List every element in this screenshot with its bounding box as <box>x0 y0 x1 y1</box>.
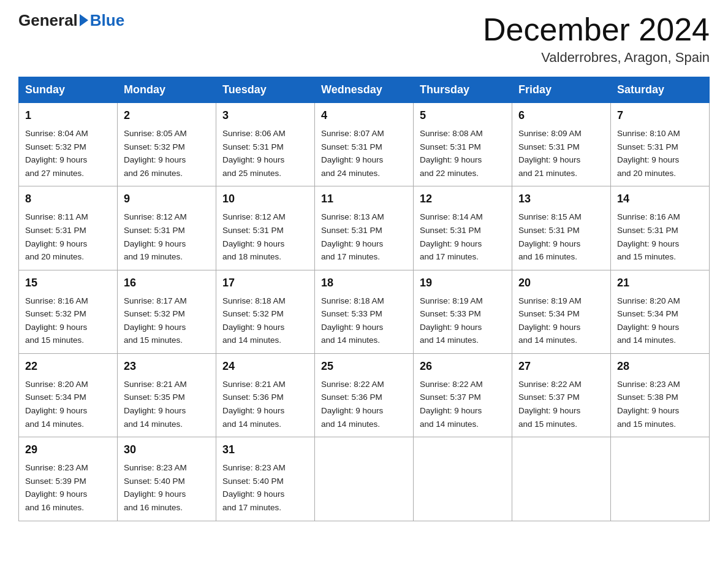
day-of-week-header: Thursday <box>414 77 512 103</box>
day-cell: 27Sunrise: 8:22 AMSunset: 5:37 PMDayligh… <box>512 353 611 437</box>
day-number: 25 <box>321 358 407 375</box>
day-cell: 12Sunrise: 8:14 AMSunset: 5:31 PMDayligh… <box>414 186 512 270</box>
day-number: 3 <box>222 107 308 124</box>
day-cell: 4Sunrise: 8:07 AMSunset: 5:31 PMDaylight… <box>315 103 414 186</box>
day-number: 26 <box>420 358 506 375</box>
day-cell: 23Sunrise: 8:21 AMSunset: 5:35 PMDayligh… <box>118 353 216 437</box>
day-info: Sunrise: 8:22 AMSunset: 5:37 PMDaylight:… <box>420 378 506 431</box>
day-cell: 10Sunrise: 8:12 AMSunset: 5:31 PMDayligh… <box>216 186 315 270</box>
day-cell: 15Sunrise: 8:16 AMSunset: 5:32 PMDayligh… <box>19 270 118 353</box>
day-number: 19 <box>420 275 506 292</box>
day-cell: 9Sunrise: 8:12 AMSunset: 5:31 PMDaylight… <box>118 186 216 270</box>
logo-general-text: General <box>18 12 78 28</box>
day-number: 15 <box>25 275 111 292</box>
day-number: 12 <box>420 191 506 208</box>
day-cell: 21Sunrise: 8:20 AMSunset: 5:34 PMDayligh… <box>611 270 710 353</box>
empty-cell <box>512 437 611 521</box>
day-info: Sunrise: 8:09 AMSunset: 5:31 PMDaylight:… <box>518 127 604 180</box>
empty-cell <box>611 437 710 521</box>
day-cell: 26Sunrise: 8:22 AMSunset: 5:37 PMDayligh… <box>414 353 512 437</box>
days-of-week-row: SundayMondayTuesdayWednesdayThursdayFrid… <box>19 77 710 103</box>
day-info: Sunrise: 8:15 AMSunset: 5:31 PMDaylight:… <box>518 210 604 263</box>
day-info: Sunrise: 8:12 AMSunset: 5:31 PMDaylight:… <box>124 210 210 263</box>
day-cell: 28Sunrise: 8:23 AMSunset: 5:38 PMDayligh… <box>611 353 710 437</box>
day-number: 11 <box>321 191 407 208</box>
day-cell: 11Sunrise: 8:13 AMSunset: 5:31 PMDayligh… <box>315 186 414 270</box>
day-cell: 2Sunrise: 8:05 AMSunset: 5:32 PMDaylight… <box>118 103 216 186</box>
calendar-body: 1Sunrise: 8:04 AMSunset: 5:32 PMDaylight… <box>19 103 710 521</box>
day-of-week-header: Wednesday <box>315 77 414 103</box>
day-cell: 8Sunrise: 8:11 AMSunset: 5:31 PMDaylight… <box>19 186 118 270</box>
calendar-table: SundayMondayTuesdayWednesdayThursdayFrid… <box>18 77 710 521</box>
day-info: Sunrise: 8:08 AMSunset: 5:31 PMDaylight:… <box>420 127 506 180</box>
day-cell: 18Sunrise: 8:18 AMSunset: 5:33 PMDayligh… <box>315 270 414 353</box>
day-info: Sunrise: 8:19 AMSunset: 5:34 PMDaylight:… <box>518 294 604 347</box>
day-cell: 5Sunrise: 8:08 AMSunset: 5:31 PMDaylight… <box>414 103 512 186</box>
day-cell: 3Sunrise: 8:06 AMSunset: 5:31 PMDaylight… <box>216 103 315 186</box>
day-cell: 13Sunrise: 8:15 AMSunset: 5:31 PMDayligh… <box>512 186 611 270</box>
day-number: 5 <box>420 107 506 124</box>
day-info: Sunrise: 8:16 AMSunset: 5:32 PMDaylight:… <box>25 294 111 347</box>
day-cell: 14Sunrise: 8:16 AMSunset: 5:31 PMDayligh… <box>611 186 710 270</box>
day-number: 18 <box>321 275 407 292</box>
day-number: 29 <box>25 442 111 459</box>
day-number: 10 <box>222 191 308 208</box>
day-of-week-header: Sunday <box>19 77 118 103</box>
week-row: 8Sunrise: 8:11 AMSunset: 5:31 PMDaylight… <box>19 186 710 270</box>
day-cell: 19Sunrise: 8:19 AMSunset: 5:33 PMDayligh… <box>414 270 512 353</box>
day-cell: 22Sunrise: 8:20 AMSunset: 5:34 PMDayligh… <box>19 353 118 437</box>
day-number: 28 <box>617 358 703 375</box>
empty-cell <box>315 437 414 521</box>
day-of-week-header: Saturday <box>611 77 710 103</box>
week-row: 1Sunrise: 8:04 AMSunset: 5:32 PMDaylight… <box>19 103 710 186</box>
day-of-week-header: Friday <box>512 77 611 103</box>
day-cell: 7Sunrise: 8:10 AMSunset: 5:31 PMDaylight… <box>611 103 710 186</box>
day-info: Sunrise: 8:18 AMSunset: 5:33 PMDaylight:… <box>321 294 407 347</box>
day-number: 8 <box>25 191 111 208</box>
day-number: 22 <box>25 358 111 375</box>
day-number: 17 <box>222 275 308 292</box>
day-number: 16 <box>124 275 210 292</box>
day-of-week-header: Tuesday <box>216 77 315 103</box>
day-info: Sunrise: 8:18 AMSunset: 5:32 PMDaylight:… <box>222 294 308 347</box>
day-cell: 1Sunrise: 8:04 AMSunset: 5:32 PMDaylight… <box>19 103 118 186</box>
logo: General Blue <box>18 12 124 28</box>
day-info: Sunrise: 8:12 AMSunset: 5:31 PMDaylight:… <box>222 210 308 263</box>
day-number: 30 <box>124 442 210 459</box>
day-info: Sunrise: 8:13 AMSunset: 5:31 PMDaylight:… <box>321 210 407 263</box>
day-number: 21 <box>617 275 703 292</box>
day-cell: 31Sunrise: 8:23 AMSunset: 5:40 PMDayligh… <box>216 437 315 521</box>
day-info: Sunrise: 8:23 AMSunset: 5:38 PMDaylight:… <box>617 378 703 431</box>
day-number: 6 <box>518 107 604 124</box>
day-cell: 17Sunrise: 8:18 AMSunset: 5:32 PMDayligh… <box>216 270 315 353</box>
day-info: Sunrise: 8:20 AMSunset: 5:34 PMDaylight:… <box>25 378 111 431</box>
day-number: 24 <box>222 358 308 375</box>
day-info: Sunrise: 8:22 AMSunset: 5:36 PMDaylight:… <box>321 378 407 431</box>
day-number: 9 <box>124 191 210 208</box>
empty-cell <box>414 437 512 521</box>
day-cell: 30Sunrise: 8:23 AMSunset: 5:40 PMDayligh… <box>118 437 216 521</box>
day-info: Sunrise: 8:21 AMSunset: 5:36 PMDaylight:… <box>222 378 308 431</box>
day-cell: 25Sunrise: 8:22 AMSunset: 5:36 PMDayligh… <box>315 353 414 437</box>
day-info: Sunrise: 8:17 AMSunset: 5:32 PMDaylight:… <box>124 294 210 347</box>
week-row: 22Sunrise: 8:20 AMSunset: 5:34 PMDayligh… <box>19 353 710 437</box>
day-cell: 6Sunrise: 8:09 AMSunset: 5:31 PMDaylight… <box>512 103 611 186</box>
day-info: Sunrise: 8:21 AMSunset: 5:35 PMDaylight:… <box>124 378 210 431</box>
day-cell: 16Sunrise: 8:17 AMSunset: 5:32 PMDayligh… <box>118 270 216 353</box>
day-number: 20 <box>518 275 604 292</box>
day-info: Sunrise: 8:20 AMSunset: 5:34 PMDaylight:… <box>617 294 703 347</box>
page-header: General Blue December 2024 Valderrobres,… <box>18 12 710 66</box>
day-number: 27 <box>518 358 604 375</box>
day-info: Sunrise: 8:14 AMSunset: 5:31 PMDaylight:… <box>420 210 506 263</box>
day-number: 7 <box>617 107 703 124</box>
logo-triangle-icon <box>80 14 88 26</box>
day-number: 14 <box>617 191 703 208</box>
day-cell: 20Sunrise: 8:19 AMSunset: 5:34 PMDayligh… <box>512 270 611 353</box>
day-of-week-header: Monday <box>118 77 216 103</box>
day-info: Sunrise: 8:05 AMSunset: 5:32 PMDaylight:… <box>124 127 210 180</box>
day-cell: 24Sunrise: 8:21 AMSunset: 5:36 PMDayligh… <box>216 353 315 437</box>
day-info: Sunrise: 8:22 AMSunset: 5:37 PMDaylight:… <box>518 378 604 431</box>
day-info: Sunrise: 8:23 AMSunset: 5:40 PMDaylight:… <box>124 461 210 514</box>
day-info: Sunrise: 8:06 AMSunset: 5:31 PMDaylight:… <box>222 127 308 180</box>
day-info: Sunrise: 8:19 AMSunset: 5:33 PMDaylight:… <box>420 294 506 347</box>
